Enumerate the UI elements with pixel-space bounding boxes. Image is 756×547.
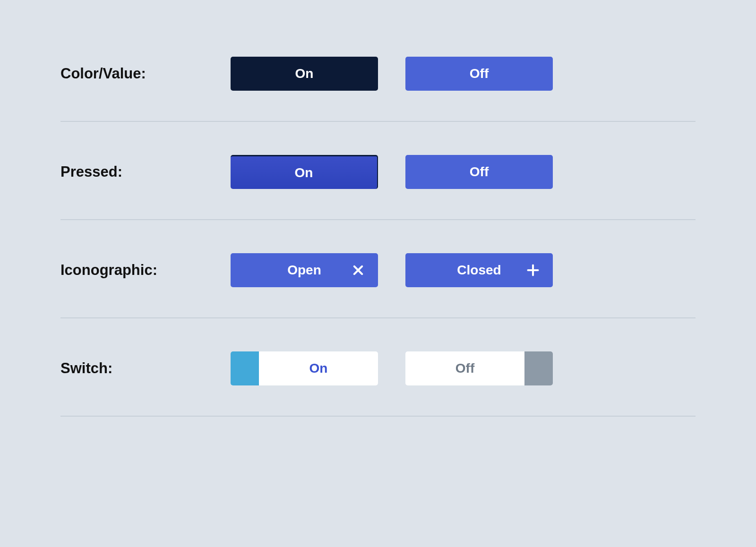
row-switch: Switch: On Off xyxy=(60,351,696,417)
switch-on[interactable]: On xyxy=(231,351,378,385)
pressed-off-button[interactable]: Off xyxy=(405,155,553,189)
switch-on-label: On xyxy=(259,351,378,385)
row-iconographic: Iconographic: Open Closed xyxy=(60,253,696,318)
row-color-value: Color/Value: On Off xyxy=(60,57,696,122)
row-pressed: Pressed: On Off xyxy=(60,155,696,220)
color-value-off-button[interactable]: Off xyxy=(405,57,553,91)
plus-icon xyxy=(526,264,540,277)
controls-color-value: On Off xyxy=(231,57,553,91)
pressed-on-button[interactable]: On xyxy=(231,155,378,189)
label-switch: Switch: xyxy=(60,360,231,377)
controls-pressed: On Off xyxy=(231,155,553,189)
iconographic-open-text: Open xyxy=(287,263,321,278)
controls-iconographic: Open Closed xyxy=(231,253,553,287)
iconographic-closed-text: Closed xyxy=(457,263,501,278)
switch-off-label: Off xyxy=(405,351,524,385)
close-icon xyxy=(352,264,365,277)
label-color-value: Color/Value: xyxy=(60,65,231,82)
label-iconographic: Iconographic: xyxy=(60,262,231,279)
color-value-on-button[interactable]: On xyxy=(231,57,378,91)
iconographic-open-button[interactable]: Open xyxy=(231,253,378,287)
label-pressed: Pressed: xyxy=(60,163,231,180)
switch-off[interactable]: Off xyxy=(405,351,553,385)
controls-switch: On Off xyxy=(231,351,553,385)
iconographic-closed-button[interactable]: Closed xyxy=(405,253,553,287)
switch-handle-off xyxy=(524,351,553,385)
switch-handle-on xyxy=(231,351,259,385)
